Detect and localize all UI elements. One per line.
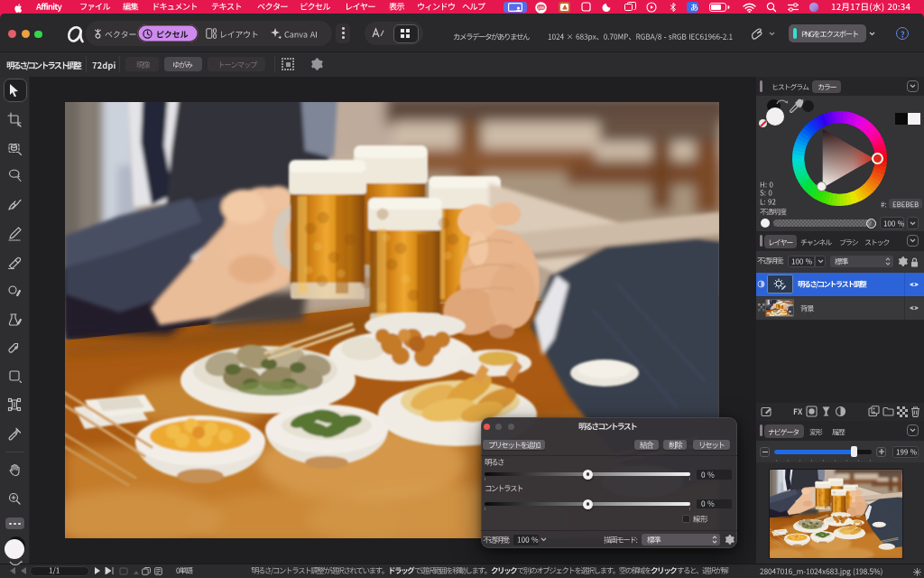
svg-text:LINE: LINE [538,5,544,9]
